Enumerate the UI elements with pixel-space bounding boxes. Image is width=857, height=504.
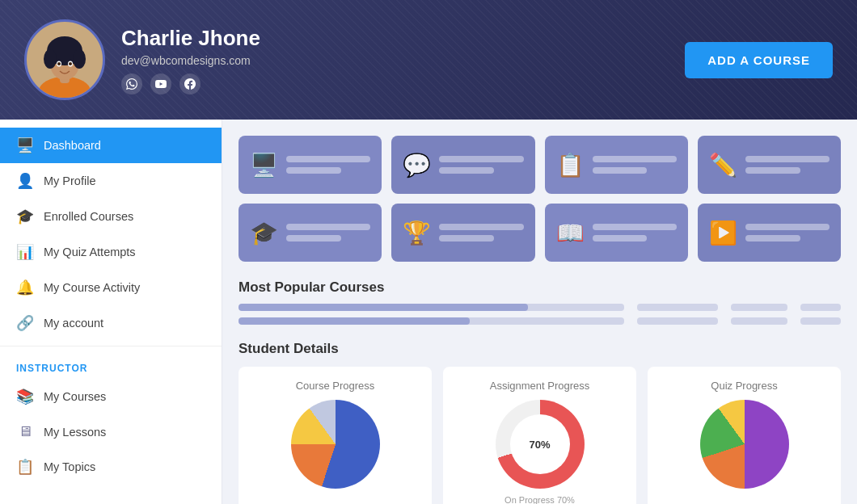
sidebar-item-my-quiz-attempts[interactable]: 📊 My Quiz Attempts xyxy=(0,234,222,270)
course-progress-card: Course Progress xyxy=(239,367,432,504)
account-icon: 🔗 xyxy=(16,314,34,332)
stat-icon-1: 🖥️ xyxy=(250,152,278,178)
sidebar-item-my-courses[interactable]: 📚 My Courses xyxy=(0,379,222,414)
sidebar-label-enrolled-courses: Enrolled Courses xyxy=(44,210,133,223)
sidebar-item-enrolled-courses[interactable]: 🎓 Enrolled Courses xyxy=(0,199,222,234)
svg-point-4 xyxy=(44,49,57,69)
stat-lines-6 xyxy=(439,224,523,242)
course-activity-icon: 🔔 xyxy=(16,279,34,296)
dashboard-icon: 🖥️ xyxy=(16,136,34,154)
sidebar-label-dashboard: Dashboard xyxy=(44,139,101,152)
charts-row: Course Progress Assignment Progress 70% … xyxy=(239,367,841,504)
stat-card-2[interactable]: 💬 xyxy=(391,136,534,194)
sidebar-label-my-course-activity: My Course Activity xyxy=(44,281,140,294)
sidebar: 🖥️ Dashboard 👤 My Profile 🎓 Enrolled Cou… xyxy=(0,120,222,504)
stat-lines-2 xyxy=(439,156,523,174)
instructor-section-label: INSTRUCTOR xyxy=(0,351,222,379)
donut-hole: 70% xyxy=(510,414,570,474)
course-bar-row-1 xyxy=(239,304,841,311)
sidebar-label-my-profile: My Profile xyxy=(44,174,95,187)
course-meta-bar-4 xyxy=(637,317,718,325)
sidebar-label-my-courses: My Courses xyxy=(44,390,106,403)
social-links xyxy=(121,74,260,94)
quiz-progress-label: Quiz Progress xyxy=(661,380,828,392)
sidebar-item-dashboard[interactable]: 🖥️ Dashboard xyxy=(0,128,222,163)
stat-card-3[interactable]: 📋 xyxy=(545,136,688,194)
stat-lines-3 xyxy=(593,156,677,174)
stat-line xyxy=(745,156,830,162)
avatar-image xyxy=(32,25,97,98)
my-courses-icon: 📚 xyxy=(16,388,34,405)
stat-line xyxy=(286,235,341,242)
quiz-progress-pie xyxy=(700,400,789,489)
stat-line xyxy=(439,224,523,230)
sidebar-label-my-account: My account xyxy=(44,317,103,330)
stat-card-6[interactable]: 🏆 xyxy=(391,204,534,262)
sidebar-label-my-quiz-attempts: My Quiz Attempts xyxy=(44,246,136,258)
main-layout: 🖥️ Dashboard 👤 My Profile 🎓 Enrolled Cou… xyxy=(0,120,857,504)
course-bar-row-2 xyxy=(239,317,841,325)
stat-icon-5: 🎓 xyxy=(250,220,278,246)
stat-card-1[interactable]: 🖥️ xyxy=(239,136,382,194)
stat-lines-5 xyxy=(286,224,370,242)
course-meta-bar-1 xyxy=(637,304,718,311)
quiz-attempts-icon: 📊 xyxy=(16,243,34,261)
sidebar-item-my-lessons[interactable]: 🖥 My Lessons xyxy=(0,414,222,449)
profile-icon: 👤 xyxy=(16,172,34,190)
stat-icon-2: 💬 xyxy=(403,152,431,178)
svg-point-9 xyxy=(69,62,72,65)
sidebar-item-my-course-activity[interactable]: 🔔 My Course Activity xyxy=(0,270,222,305)
stat-line xyxy=(439,167,494,174)
stat-card-8[interactable]: ▶️ xyxy=(698,204,841,262)
stat-icon-4: ✏️ xyxy=(709,152,737,178)
sidebar-item-my-account[interactable]: 🔗 My account xyxy=(0,305,222,341)
header-info: Charlie Jhone dev@wbcomdesigns.com xyxy=(121,26,260,94)
student-details-title: Student Details xyxy=(239,341,841,357)
assignment-sub-label: On Progress 70% xyxy=(456,495,623,504)
stats-cards-grid: 🖥️ 💬 📋 ✏️ xyxy=(239,136,841,262)
main-content: 🖥️ 💬 📋 ✏️ xyxy=(222,120,857,504)
stat-line xyxy=(745,235,800,242)
stat-line xyxy=(439,156,523,162)
stat-line xyxy=(593,167,648,174)
stat-card-7[interactable]: 📖 xyxy=(545,204,688,262)
assignment-progress-label: Assignment Progress xyxy=(456,380,623,392)
stat-icon-3: 📋 xyxy=(556,152,585,178)
sidebar-label-my-topics: My Topics xyxy=(44,460,95,473)
stat-lines-1 xyxy=(286,156,370,174)
user-name: Charlie Jhone xyxy=(121,26,260,51)
sidebar-divider xyxy=(0,346,222,346)
sidebar-item-my-profile[interactable]: 👤 My Profile xyxy=(0,163,222,199)
avatar xyxy=(24,19,105,100)
courses-bar-list xyxy=(239,304,841,325)
stat-icon-6: 🏆 xyxy=(403,220,431,246)
stat-line xyxy=(286,224,370,230)
stat-line xyxy=(439,235,494,242)
assignment-progress-donut-wrap: 70% xyxy=(496,400,585,489)
stat-card-4[interactable]: ✏️ xyxy=(698,136,841,194)
my-lessons-icon: 🖥 xyxy=(16,423,34,440)
stat-line xyxy=(286,156,370,162)
stat-line xyxy=(593,235,648,242)
course-bar-1 xyxy=(239,304,624,311)
course-meta-bar-5 xyxy=(731,317,787,325)
sidebar-item-my-topics[interactable]: 📋 My Topics xyxy=(0,449,222,485)
stat-card-5[interactable]: 🎓 xyxy=(239,204,382,262)
stat-line xyxy=(745,167,800,174)
sidebar-label-my-lessons: My Lessons xyxy=(44,426,106,439)
course-meta-bar-6 xyxy=(800,317,841,325)
student-details-section: Student Details Course Progress Assignme… xyxy=(239,341,841,504)
stat-line xyxy=(593,156,677,162)
facebook-icon[interactable] xyxy=(179,74,201,94)
whatsapp-icon[interactable] xyxy=(121,74,142,94)
add-course-button[interactable]: ADD A COURSE xyxy=(685,42,833,78)
svg-point-8 xyxy=(57,62,61,65)
user-email: dev@wbcomdesigns.com xyxy=(121,54,260,67)
enrolled-courses-icon: 🎓 xyxy=(16,208,34,225)
course-meta-bar-3 xyxy=(800,304,841,311)
stat-line xyxy=(745,224,830,230)
svg-point-5 xyxy=(73,49,86,69)
course-progress-pie xyxy=(291,400,380,489)
my-topics-icon: 📋 xyxy=(16,458,34,476)
youtube-icon[interactable] xyxy=(150,74,171,94)
